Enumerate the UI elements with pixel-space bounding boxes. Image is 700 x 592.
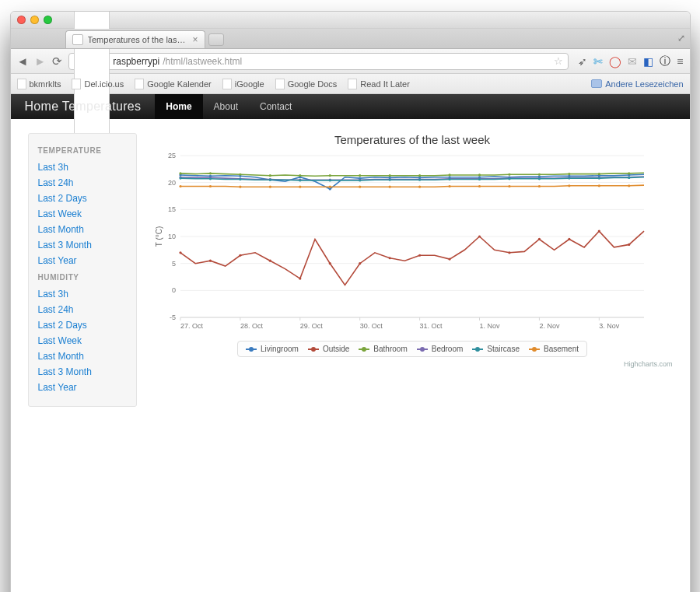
bookmark-label: iGoogle xyxy=(235,79,264,89)
svg-point-37 xyxy=(328,187,331,190)
svg-text:30. Oct: 30. Oct xyxy=(359,322,383,330)
window-minimize-dot[interactable] xyxy=(30,16,39,24)
svg-point-57 xyxy=(448,258,450,261)
ext-mail-icon[interactable]: ✉ xyxy=(628,55,637,68)
bookmark-item[interactable]: Google Docs xyxy=(275,79,338,89)
sidebar-link[interactable]: Last Year xyxy=(38,380,127,395)
sidebar-link[interactable]: Last 24h xyxy=(38,302,127,317)
svg-text:27. Oct: 27. Oct xyxy=(180,322,204,330)
svg-point-71 xyxy=(388,174,390,177)
svg-text:5: 5 xyxy=(171,260,175,268)
extension-icons: ➶ ✄ ◯ ✉ ◧ ⓘ ≡ xyxy=(575,54,683,68)
ext-badge-icon[interactable]: ◧ xyxy=(643,55,653,68)
svg-point-60 xyxy=(537,238,540,240)
url-path: /html/lastweek.html xyxy=(163,56,242,67)
sidebar-link[interactable]: Last 3 Month xyxy=(38,364,127,380)
bookmark-item[interactable]: Google Kalender xyxy=(135,79,212,89)
svg-text:2. Nov: 2. Nov xyxy=(539,322,560,330)
legend-label: Bathroom xyxy=(373,345,407,353)
svg-text:10: 10 xyxy=(167,233,175,240)
svg-point-103 xyxy=(388,179,390,181)
sidebar-link[interactable]: Last 3 Month xyxy=(38,237,127,253)
nav-forward-icon[interactable]: ► xyxy=(34,54,46,68)
svg-point-78 xyxy=(597,173,600,175)
bookmark-item[interactable]: bkmrklts xyxy=(17,79,61,89)
browser-tab-strip: Temperatures of the last We… × ⤢ xyxy=(11,29,690,49)
bookmark-item[interactable]: iGoogle xyxy=(222,79,264,89)
nav-item-home[interactable]: Home xyxy=(155,94,202,119)
svg-point-63 xyxy=(628,243,630,246)
sidebar-link[interactable]: Last 3h xyxy=(38,286,127,302)
ext-adblock-icon[interactable]: ◯ xyxy=(609,55,621,68)
new-tab-button[interactable] xyxy=(208,33,224,46)
chart-credit[interactable]: Highcharts.com xyxy=(152,360,673,368)
bookmark-item[interactable]: Read It Later xyxy=(348,79,410,89)
svg-point-53 xyxy=(328,262,331,264)
nav-item-about[interactable]: About xyxy=(203,94,249,119)
svg-text:T (°C): T (°C) xyxy=(155,226,163,247)
sidebar-link[interactable]: Last Month xyxy=(38,222,127,237)
legend-swatch xyxy=(246,349,257,350)
svg-point-68 xyxy=(299,174,301,177)
bookmark-star-icon[interactable]: ☆ xyxy=(554,55,563,67)
chrome-menu-icon[interactable]: ≡ xyxy=(677,55,683,68)
svg-text:1. Nov: 1. Nov xyxy=(479,322,500,330)
svg-point-97 xyxy=(208,177,211,180)
svg-point-62 xyxy=(597,229,600,232)
series-basement[interactable] xyxy=(180,185,644,187)
tab-close-icon[interactable]: × xyxy=(192,34,198,45)
legend-item-staircase[interactable]: Staircase xyxy=(472,345,520,353)
sidebar-link[interactable]: Last 3h xyxy=(38,159,127,175)
svg-point-112 xyxy=(179,185,181,187)
svg-point-104 xyxy=(418,179,421,181)
ext-info-icon[interactable]: ⓘ xyxy=(660,54,670,68)
other-bookmarks-folder[interactable]: Andere Lesezeichen xyxy=(591,79,683,89)
sidebar-link[interactable]: Last Month xyxy=(38,349,127,364)
svg-point-61 xyxy=(568,238,570,240)
browser-tab[interactable]: Temperatures of the last We… × xyxy=(65,30,205,48)
site-brand[interactable]: Home Temperatures xyxy=(11,94,156,119)
sidebar-link[interactable]: Last Week xyxy=(38,206,127,222)
legend-item-outside[interactable]: Outside xyxy=(308,345,349,353)
main-content: Temperatures of the last week -505101520… xyxy=(152,133,673,368)
address-bar[interactable]: raspberrypi/html/lastweek.html ☆ xyxy=(68,53,569,70)
folder-icon xyxy=(591,79,602,88)
sidebar-link[interactable]: Last 2 Days xyxy=(38,317,127,333)
bookmark-item[interactable]: Del.icio.us xyxy=(72,79,124,89)
sidebar-link[interactable]: Last 2 Days xyxy=(38,191,127,206)
nav-reload-icon[interactable]: ⟳ xyxy=(52,54,62,68)
legend-item-basement[interactable]: Basement xyxy=(529,345,579,353)
window-close-dot[interactable] xyxy=(17,16,26,24)
window-expand-icon[interactable]: ⤢ xyxy=(677,33,685,44)
svg-point-52 xyxy=(299,277,301,279)
ext-scissors-icon[interactable]: ✄ xyxy=(593,55,603,68)
legend-swatch xyxy=(308,349,319,350)
temperature-chart[interactable]: -50510152025T (°C)27. Oct28. Oct29. Oct3… xyxy=(152,151,650,338)
svg-point-118 xyxy=(359,186,361,188)
svg-point-125 xyxy=(568,184,570,187)
svg-text:29. Oct: 29. Oct xyxy=(299,322,323,330)
sidebar-link[interactable]: Last 24h xyxy=(38,175,127,191)
sidebar-link[interactable]: Last Year xyxy=(38,253,127,268)
svg-point-74 xyxy=(478,173,480,176)
url-host: raspberrypi xyxy=(113,56,159,67)
nav-item-contact[interactable]: Contact xyxy=(249,94,303,119)
legend-item-bathroom[interactable]: Bathroom xyxy=(359,345,407,353)
tab-title: Temperatures of the last We… xyxy=(88,35,188,44)
svg-point-98 xyxy=(239,178,241,180)
svg-text:20: 20 xyxy=(167,179,175,187)
window-zoom-dot[interactable] xyxy=(44,16,52,24)
legend-item-livingroom[interactable]: Livingroom xyxy=(246,345,299,353)
sidebar-link[interactable]: Last Week xyxy=(38,333,127,349)
legend-label: Bedroom xyxy=(432,345,464,353)
svg-text:-5: -5 xyxy=(169,314,175,321)
series-outside[interactable] xyxy=(180,231,644,285)
legend-label: Basement xyxy=(544,345,579,353)
ext-wand-icon[interactable]: ➶ xyxy=(578,55,587,68)
svg-point-120 xyxy=(418,186,421,188)
legend-item-bedroom[interactable]: Bedroom xyxy=(417,345,464,353)
sidebar-section-title: HUMIDITY xyxy=(38,273,127,282)
svg-point-121 xyxy=(448,185,450,187)
nav-back-icon[interactable]: ◄ xyxy=(17,54,29,68)
svg-point-117 xyxy=(328,186,331,188)
